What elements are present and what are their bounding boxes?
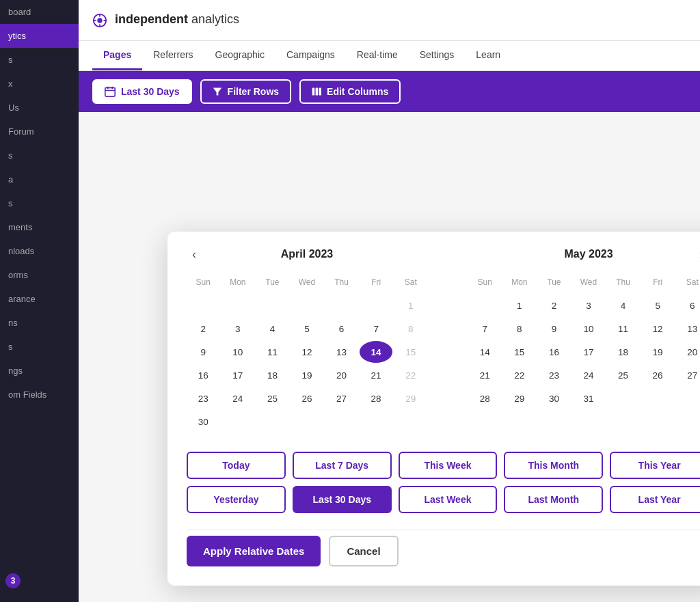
table-row[interactable]: 15 (394, 341, 427, 363)
sidebar-item-16[interactable]: om Fields (0, 383, 79, 407)
sidebar-item-15[interactable]: ngs (0, 359, 79, 383)
sidebar-item-12[interactable]: arance (0, 287, 79, 311)
table-row[interactable]: 10 (572, 318, 606, 340)
table-row[interactable]: 16 (537, 341, 571, 363)
quick-btn-yesterday[interactable]: Yesterday (187, 486, 286, 513)
table-row[interactable]: 1 (394, 295, 427, 316)
table-row[interactable]: 19 (291, 364, 324, 386)
table-row[interactable]: 26 (641, 364, 675, 386)
prev-month-button[interactable]: ‹ (187, 245, 202, 264)
quick-btn-last-week[interactable]: Last Week (399, 486, 498, 513)
table-row[interactable]: 23 (187, 387, 220, 409)
sidebar-item-board[interactable]: board (0, 0, 79, 24)
quick-btn-last30days[interactable]: Last 30 Days (293, 486, 392, 513)
table-row[interactable]: 5 (291, 318, 324, 340)
table-row[interactable]: 3 (572, 295, 606, 316)
table-row[interactable]: 30 (537, 387, 571, 409)
table-row[interactable]: 8 (503, 318, 537, 340)
table-row[interactable]: 8 (394, 318, 427, 340)
sidebar-item-13[interactable]: ns (0, 311, 79, 335)
quick-btn-last-month[interactable]: Last Month (504, 486, 603, 513)
table-row[interactable]: 14 (468, 341, 502, 363)
table-row[interactable]: 18 (256, 364, 289, 386)
table-row[interactable]: 6 (675, 295, 700, 316)
table-row[interactable]: 24 (572, 364, 606, 386)
quick-btn-today[interactable]: Today (187, 452, 286, 479)
table-row[interactable]: 12 (641, 318, 675, 340)
sidebar-item-4[interactable]: Us (0, 96, 79, 120)
table-row[interactable]: 26 (291, 387, 324, 409)
table-row[interactable]: 7 (468, 318, 502, 340)
quick-btn-this-week[interactable]: This Week (399, 452, 498, 479)
sidebar-item-2[interactable]: s (0, 48, 79, 72)
edit-columns-button[interactable]: Edit Columns (299, 79, 401, 104)
table-row[interactable]: 2 (537, 295, 571, 316)
table-row[interactable]: 23 (537, 364, 571, 386)
date-range-button[interactable]: Last 30 Days (92, 79, 192, 104)
table-row[interactable]: 15 (503, 341, 537, 363)
table-row[interactable]: 1 (503, 295, 537, 316)
table-row[interactable]: 9 (187, 341, 220, 363)
tab-geographic[interactable]: Geographic (204, 41, 275, 70)
table-row[interactable]: 25 (256, 387, 289, 409)
table-row[interactable]: 27 (675, 364, 700, 386)
sidebar-item-14[interactable]: s (0, 335, 79, 359)
table-row[interactable]: 11 (606, 318, 640, 340)
sidebar-item-3[interactable]: x (0, 72, 79, 96)
table-row[interactable]: 22 (503, 364, 537, 386)
table-row[interactable]: 25 (606, 364, 640, 386)
tab-campaigns[interactable]: Campaigns (275, 41, 346, 70)
table-row[interactable]: 18 (606, 341, 640, 363)
table-row[interactable]: 5 (641, 295, 675, 316)
table-row[interactable]: 24 (221, 387, 255, 409)
table-row[interactable]: 20 (675, 341, 700, 363)
table-row[interactable]: 22 (394, 364, 427, 386)
table-row[interactable]: 9 (537, 318, 571, 340)
quick-btn-this-month[interactable]: This Month (504, 452, 603, 479)
table-row[interactable]: 16 (187, 364, 220, 386)
table-row[interactable]: 28 (360, 387, 393, 409)
table-row[interactable]: 13 (675, 318, 700, 340)
tab-settings[interactable]: Settings (409, 41, 466, 70)
table-row[interactable]: 17 (221, 364, 255, 386)
table-row[interactable]: 2 (187, 318, 220, 340)
quick-btn-last7days[interactable]: Last 7 Days (293, 452, 392, 479)
selected-date-14[interactable]: 14 (360, 341, 393, 363)
table-row[interactable]: 17 (572, 341, 606, 363)
table-row[interactable]: 27 (325, 387, 358, 409)
tab-realtime[interactable]: Real-time (346, 41, 409, 70)
table-row[interactable]: 29 (394, 387, 427, 409)
tab-learn[interactable]: Learn (465, 41, 511, 70)
table-row[interactable]: 19 (641, 341, 675, 363)
table-row[interactable]: 21 (360, 364, 393, 386)
sidebar-item-7[interactable]: a (0, 167, 79, 191)
table-row[interactable]: 13 (325, 341, 358, 363)
table-row[interactable]: 31 (572, 387, 606, 409)
table-row[interactable]: 4 (256, 318, 289, 340)
table-row[interactable]: 20 (325, 364, 358, 386)
sidebar-item-analytics[interactable]: ytics (0, 24, 79, 48)
table-row[interactable]: 21 (468, 364, 502, 386)
table-row[interactable]: 3 (221, 318, 255, 340)
quick-btn-this-year[interactable]: This Year (610, 452, 700, 479)
tab-referrers[interactable]: Referrers (142, 41, 204, 70)
sidebar-item-9[interactable]: ments (0, 215, 79, 239)
sidebar-item-6[interactable]: s (0, 143, 79, 167)
filter-rows-button[interactable]: Filter Rows (200, 79, 291, 104)
sidebar-item-8[interactable]: s (0, 191, 79, 215)
table-row[interactable]: 7 (360, 318, 393, 340)
table-row[interactable]: 28 (468, 387, 502, 409)
sidebar-item-5[interactable]: Forum (0, 120, 79, 143)
quick-btn-last-year[interactable]: Last Year (610, 486, 700, 513)
apply-relative-dates-button[interactable]: Apply Relative Dates (187, 536, 321, 566)
table-row[interactable]: 30 (187, 411, 220, 433)
table-row[interactable]: 12 (291, 341, 324, 363)
table-row[interactable]: 10 (221, 341, 255, 363)
next-month-button[interactable]: › (694, 245, 700, 264)
table-row[interactable]: 29 (503, 387, 537, 409)
sidebar-item-10[interactable]: nloads (0, 239, 79, 263)
table-row[interactable]: 4 (606, 295, 640, 316)
table-row[interactable]: 11 (256, 341, 289, 363)
tab-pages[interactable]: Pages (92, 41, 142, 70)
cancel-button[interactable]: Cancel (329, 536, 398, 566)
